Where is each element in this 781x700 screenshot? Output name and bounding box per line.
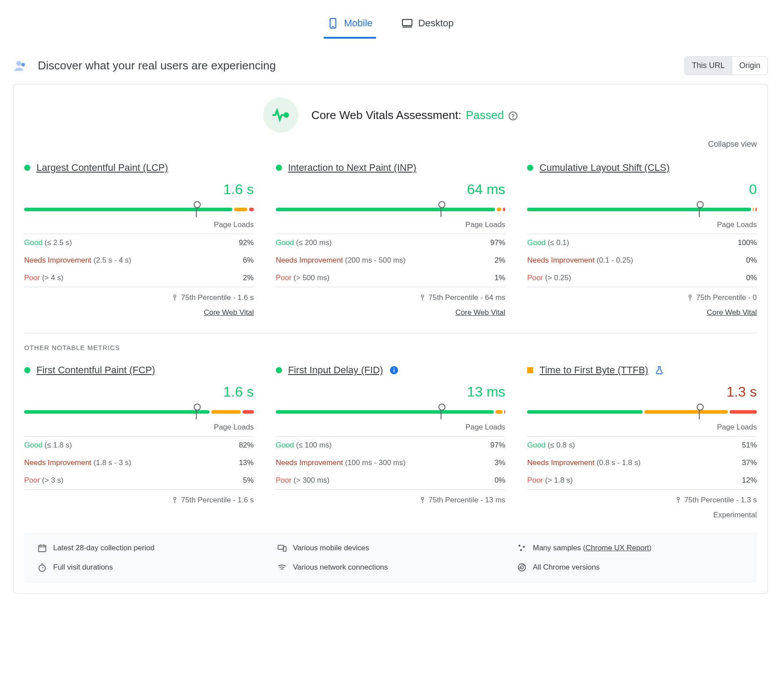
metric-name-link[interactable]: Cumulative Layout Shift (CLS) xyxy=(539,162,669,173)
other-metrics-header: OTHER NOTABLE METRICS xyxy=(24,344,757,351)
dist-row-poor: Poor (> 1.8 s) 12% xyxy=(527,472,757,489)
stopwatch-icon xyxy=(37,563,47,572)
footer-samples-text: Many samples (Chrome UX Report) xyxy=(533,544,651,552)
distribution-table: Good (≤ 0.1) 100% Needs Improvement (0.1… xyxy=(527,234,757,287)
toggle-origin[interactable]: Origin xyxy=(732,57,767,75)
footer-network: Various network connections xyxy=(277,563,504,572)
status-indicator xyxy=(527,165,533,171)
users-icon xyxy=(13,58,28,73)
svg-point-30 xyxy=(518,545,521,547)
tab-mobile-label: Mobile xyxy=(344,18,372,29)
dist-row-good: Good (≤ 0.1) 100% xyxy=(527,234,757,252)
header-row: Discover what your real users are experi… xyxy=(13,56,768,75)
distribution-bar xyxy=(24,404,254,419)
page-loads-label: Page Loads xyxy=(24,220,254,229)
toggle-this-url[interactable]: This URL xyxy=(685,57,732,75)
bar-good xyxy=(527,208,751,211)
metric-value: 1.3 s xyxy=(527,384,757,400)
svg-rect-24 xyxy=(39,545,46,552)
pin-icon xyxy=(419,294,426,301)
wifi-icon xyxy=(277,563,287,572)
bar-needs-improvement xyxy=(234,208,248,211)
dist-row-ni: Needs Improvement (2.5 s - 4 s) 6% xyxy=(24,252,254,269)
desktop-icon xyxy=(401,18,413,29)
other-metrics-row: First Contentful Paint (FCP) 1.6 s Page … xyxy=(24,364,757,520)
svg-point-8 xyxy=(513,118,513,119)
percentile-marker xyxy=(699,202,700,217)
status-indicator xyxy=(276,165,282,171)
metric-name-link[interactable]: Interaction to Next Paint (INP) xyxy=(288,162,416,173)
dist-row-good: Good (≤ 100 ms) 97% xyxy=(276,437,506,454)
svg-point-19 xyxy=(394,368,394,368)
percentile-marker xyxy=(196,202,197,217)
footer-devices: Various mobile devices xyxy=(277,543,504,553)
dist-row-good: Good (≤ 2.5 s) 92% xyxy=(24,234,254,252)
metric-value: 0 xyxy=(527,181,757,198)
svg-point-6 xyxy=(284,113,288,117)
percentile-marker xyxy=(196,404,197,419)
page-loads-label: Page Loads xyxy=(527,423,757,432)
metric-cls: Cumulative Layout Shift (CLS) 0 Page Loa… xyxy=(527,162,757,317)
chrome-ux-report-link[interactable]: Chrome UX Report xyxy=(586,544,649,552)
core-web-vital-link[interactable]: Core Web Vital xyxy=(707,308,757,317)
footer-samples: Many samples (Chrome UX Report) xyxy=(517,543,744,553)
pin-icon xyxy=(171,497,178,504)
dist-row-ni: Needs Improvement (200 ms - 500 ms) 2% xyxy=(276,252,506,269)
core-web-vital-link[interactable]: Core Web Vital xyxy=(204,308,254,317)
pin-icon xyxy=(171,294,178,301)
device-tabs: Mobile Desktop xyxy=(13,13,768,39)
percentile-marker xyxy=(699,404,700,419)
svg-point-15 xyxy=(174,497,176,499)
help-icon[interactable] xyxy=(508,110,518,120)
status-indicator xyxy=(24,165,30,171)
svg-point-5 xyxy=(21,62,25,66)
svg-rect-2 xyxy=(402,19,412,25)
bar-needs-improvement xyxy=(753,208,754,211)
distribution-bar xyxy=(24,202,254,217)
status-indicator xyxy=(276,367,282,373)
url-origin-toggle: This URL Origin xyxy=(684,56,768,75)
page-loads-label: Page Loads xyxy=(24,423,254,432)
tab-desktop-label: Desktop xyxy=(418,18,454,29)
svg-point-31 xyxy=(523,546,525,548)
dist-row-poor: Poor (> 3 s) 5% xyxy=(24,472,254,489)
bar-needs-improvement xyxy=(495,410,502,414)
divider xyxy=(24,333,757,333)
bar-good xyxy=(24,208,232,211)
svg-rect-18 xyxy=(394,369,394,372)
dist-row-poor: Poor (> 500 ms) 1% xyxy=(276,269,506,287)
distribution-bar xyxy=(527,202,757,217)
footer-chrome-versions: All Chrome versions xyxy=(517,563,744,572)
pin-icon xyxy=(419,497,426,504)
footer-chrome-versions-text: All Chrome versions xyxy=(533,563,600,572)
page-loads-label: Page Loads xyxy=(527,220,757,229)
assessment-label: Core Web Vitals Assessment: xyxy=(311,108,462,122)
metric-value: 1.6 s xyxy=(24,181,254,198)
flask-icon[interactable] xyxy=(654,365,664,375)
percentile-text: 75th Percentile - 13 ms xyxy=(276,496,506,505)
tab-desktop[interactable]: Desktop xyxy=(398,13,457,39)
page-title: Discover what your real users are experi… xyxy=(38,59,276,72)
footer-visit-durations-text: Full visit durations xyxy=(53,563,113,572)
info-icon[interactable] xyxy=(389,365,399,375)
percentile-text: 75th Percentile - 64 ms xyxy=(276,293,506,302)
tab-mobile[interactable]: Mobile xyxy=(324,13,376,39)
metric-name-link[interactable]: Time to First Byte (TTFB) xyxy=(539,364,648,376)
percentile-text: 75th Percentile - 1.6 s xyxy=(24,496,254,505)
metric-name-link[interactable]: First Contentful Paint (FCP) xyxy=(36,364,155,376)
metric-value: 1.6 s xyxy=(24,384,254,400)
page-loads-label: Page Loads xyxy=(276,423,506,432)
assessment-result: Passed xyxy=(466,108,504,122)
bar-good xyxy=(276,410,494,414)
metric-name-link[interactable]: Largest Contentful Paint (LCP) xyxy=(36,162,168,173)
scatter-icon xyxy=(517,543,527,553)
percentile-marker xyxy=(441,404,441,419)
bar-poor xyxy=(242,410,254,414)
bar-good xyxy=(24,410,210,414)
collapse-view-link[interactable]: Collapse view xyxy=(708,140,757,149)
dist-row-good: Good (≤ 0.8 s) 51% xyxy=(527,437,757,454)
core-web-vital-link[interactable]: Core Web Vital xyxy=(456,308,506,317)
bar-poor xyxy=(756,208,757,211)
footer-info: Latest 28-day collection period Various … xyxy=(24,533,757,583)
metric-name-link[interactable]: First Input Delay (FID) xyxy=(288,364,383,376)
